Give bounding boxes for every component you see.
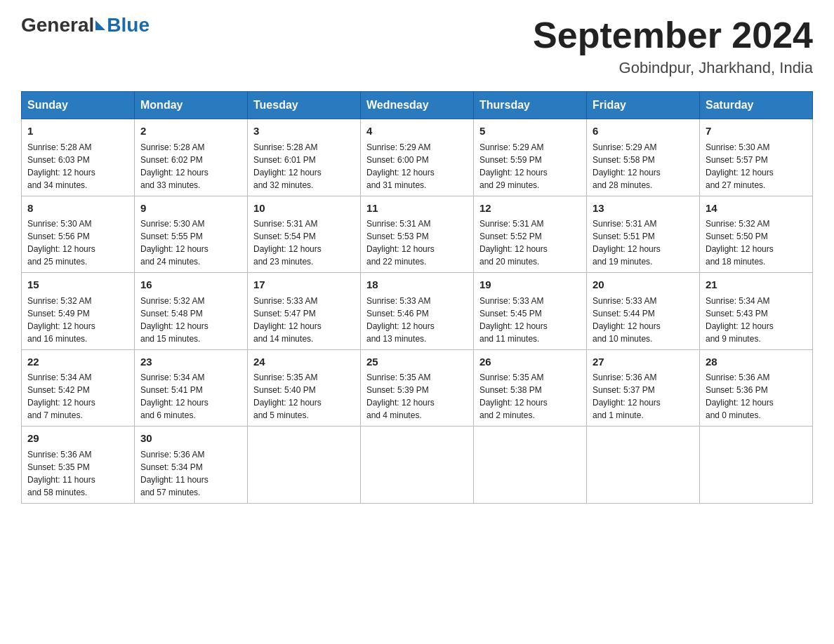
day-info: Sunrise: 5:28 AM Sunset: 6:02 PM Dayligh… bbox=[140, 141, 241, 192]
day-info: Sunrise: 5:33 AM Sunset: 5:44 PM Dayligh… bbox=[593, 295, 694, 345]
day-number: 7 bbox=[706, 123, 807, 140]
day-number: 4 bbox=[366, 123, 468, 140]
day-info: Sunrise: 5:28 AM Sunset: 6:01 PM Dayligh… bbox=[253, 141, 355, 192]
calendar-cell: 11Sunrise: 5:31 AM Sunset: 5:53 PM Dayli… bbox=[361, 196, 474, 273]
calendar-cell bbox=[361, 427, 474, 504]
logo-triangle-icon bbox=[95, 20, 105, 30]
calendar-cell bbox=[474, 427, 587, 504]
calendar-week-5: 29Sunrise: 5:36 AM Sunset: 5:35 PM Dayli… bbox=[22, 427, 813, 504]
day-number: 29 bbox=[27, 431, 128, 447]
col-header-monday: Monday bbox=[135, 92, 248, 119]
calendar-week-2: 8Sunrise: 5:30 AM Sunset: 5:56 PM Daylig… bbox=[22, 196, 813, 273]
calendar-cell: 3Sunrise: 5:28 AM Sunset: 6:01 PM Daylig… bbox=[248, 119, 361, 196]
day-info: Sunrise: 5:35 AM Sunset: 5:40 PM Dayligh… bbox=[253, 371, 355, 422]
col-header-sunday: Sunday bbox=[22, 92, 135, 119]
day-info: Sunrise: 5:35 AM Sunset: 5:39 PM Dayligh… bbox=[366, 371, 468, 422]
calendar-cell: 22Sunrise: 5:34 AM Sunset: 5:42 PM Dayli… bbox=[22, 349, 135, 427]
calendar-cell: 9Sunrise: 5:30 AM Sunset: 5:55 PM Daylig… bbox=[135, 196, 248, 273]
calendar-cell: 13Sunrise: 5:31 AM Sunset: 5:51 PM Dayli… bbox=[587, 196, 700, 273]
day-number: 26 bbox=[479, 354, 581, 370]
day-number: 15 bbox=[27, 277, 128, 293]
col-header-friday: Friday bbox=[587, 92, 700, 119]
day-info: Sunrise: 5:31 AM Sunset: 5:52 PM Dayligh… bbox=[479, 217, 581, 268]
day-number: 20 bbox=[593, 277, 694, 293]
day-number: 23 bbox=[140, 354, 241, 370]
day-number: 1 bbox=[27, 123, 128, 140]
calendar-cell: 26Sunrise: 5:35 AM Sunset: 5:38 PM Dayli… bbox=[474, 349, 587, 427]
calendar-cell: 12Sunrise: 5:31 AM Sunset: 5:52 PM Dayli… bbox=[474, 196, 587, 273]
title-area: September 2024 Gobindpur, Jharkhand, Ind… bbox=[533, 14, 813, 77]
logo-general-text: General bbox=[21, 14, 94, 36]
calendar-cell: 7Sunrise: 5:30 AM Sunset: 5:57 PM Daylig… bbox=[700, 119, 813, 196]
calendar-cell: 24Sunrise: 5:35 AM Sunset: 5:40 PM Dayli… bbox=[248, 349, 361, 427]
day-info: Sunrise: 5:33 AM Sunset: 5:45 PM Dayligh… bbox=[479, 295, 581, 345]
day-info: Sunrise: 5:30 AM Sunset: 5:57 PM Dayligh… bbox=[706, 141, 807, 192]
calendar-cell: 29Sunrise: 5:36 AM Sunset: 5:35 PM Dayli… bbox=[22, 427, 135, 504]
calendar-cell: 2Sunrise: 5:28 AM Sunset: 6:02 PM Daylig… bbox=[135, 119, 248, 196]
day-number: 11 bbox=[366, 201, 468, 217]
calendar-week-4: 22Sunrise: 5:34 AM Sunset: 5:42 PM Dayli… bbox=[22, 349, 813, 427]
logo: General Blue bbox=[21, 14, 150, 36]
day-number: 21 bbox=[706, 277, 807, 293]
day-number: 24 bbox=[253, 354, 355, 370]
calendar-cell: 18Sunrise: 5:33 AM Sunset: 5:46 PM Dayli… bbox=[361, 273, 474, 350]
day-info: Sunrise: 5:34 AM Sunset: 5:43 PM Dayligh… bbox=[706, 295, 807, 345]
day-info: Sunrise: 5:32 AM Sunset: 5:49 PM Dayligh… bbox=[27, 295, 128, 345]
day-info: Sunrise: 5:36 AM Sunset: 5:36 PM Dayligh… bbox=[706, 371, 807, 422]
calendar-cell: 6Sunrise: 5:29 AM Sunset: 5:58 PM Daylig… bbox=[587, 119, 700, 196]
calendar-cell: 27Sunrise: 5:36 AM Sunset: 5:37 PM Dayli… bbox=[587, 349, 700, 427]
calendar-cell: 30Sunrise: 5:36 AM Sunset: 5:34 PM Dayli… bbox=[135, 427, 248, 504]
calendar-cell: 8Sunrise: 5:30 AM Sunset: 5:56 PM Daylig… bbox=[22, 196, 135, 273]
day-number: 28 bbox=[706, 354, 807, 370]
day-number: 16 bbox=[140, 277, 241, 293]
calendar-cell: 10Sunrise: 5:31 AM Sunset: 5:54 PM Dayli… bbox=[248, 196, 361, 273]
col-header-thursday: Thursday bbox=[474, 92, 587, 119]
day-info: Sunrise: 5:28 AM Sunset: 6:03 PM Dayligh… bbox=[27, 141, 128, 192]
day-number: 13 bbox=[593, 201, 694, 217]
day-number: 2 bbox=[140, 123, 241, 140]
day-info: Sunrise: 5:32 AM Sunset: 5:50 PM Dayligh… bbox=[706, 217, 807, 268]
calendar-cell: 14Sunrise: 5:32 AM Sunset: 5:50 PM Dayli… bbox=[700, 196, 813, 273]
day-info: Sunrise: 5:31 AM Sunset: 5:51 PM Dayligh… bbox=[593, 217, 694, 268]
day-info: Sunrise: 5:29 AM Sunset: 5:58 PM Dayligh… bbox=[593, 141, 694, 192]
logo-blue-text: Blue bbox=[107, 14, 150, 36]
day-number: 30 bbox=[140, 431, 241, 447]
day-number: 27 bbox=[593, 354, 694, 370]
day-info: Sunrise: 5:34 AM Sunset: 5:42 PM Dayligh… bbox=[27, 371, 128, 422]
calendar-cell: 5Sunrise: 5:29 AM Sunset: 5:59 PM Daylig… bbox=[474, 119, 587, 196]
calendar-cell: 25Sunrise: 5:35 AM Sunset: 5:39 PM Dayli… bbox=[361, 349, 474, 427]
day-number: 14 bbox=[706, 201, 807, 217]
calendar-cell: 17Sunrise: 5:33 AM Sunset: 5:47 PM Dayli… bbox=[248, 273, 361, 350]
calendar-table: SundayMondayTuesdayWednesdayThursdayFrid… bbox=[21, 91, 813, 504]
day-info: Sunrise: 5:31 AM Sunset: 5:54 PM Dayligh… bbox=[253, 217, 355, 268]
day-info: Sunrise: 5:36 AM Sunset: 5:35 PM Dayligh… bbox=[27, 448, 128, 499]
day-info: Sunrise: 5:36 AM Sunset: 5:37 PM Dayligh… bbox=[593, 371, 694, 422]
day-info: Sunrise: 5:35 AM Sunset: 5:38 PM Dayligh… bbox=[479, 371, 581, 422]
calendar-header-row: SundayMondayTuesdayWednesdayThursdayFrid… bbox=[22, 92, 813, 119]
calendar-cell: 15Sunrise: 5:32 AM Sunset: 5:49 PM Dayli… bbox=[22, 273, 135, 350]
day-info: Sunrise: 5:36 AM Sunset: 5:34 PM Dayligh… bbox=[140, 448, 241, 499]
col-header-tuesday: Tuesday bbox=[248, 92, 361, 119]
day-info: Sunrise: 5:34 AM Sunset: 5:41 PM Dayligh… bbox=[140, 371, 241, 422]
day-number: 18 bbox=[366, 277, 468, 293]
calendar-cell bbox=[248, 427, 361, 504]
calendar-cell: 20Sunrise: 5:33 AM Sunset: 5:44 PM Dayli… bbox=[587, 273, 700, 350]
day-number: 9 bbox=[140, 201, 241, 217]
day-number: 22 bbox=[27, 354, 128, 370]
day-number: 17 bbox=[253, 277, 355, 293]
day-number: 8 bbox=[27, 201, 128, 217]
day-info: Sunrise: 5:31 AM Sunset: 5:53 PM Dayligh… bbox=[366, 217, 468, 268]
col-header-saturday: Saturday bbox=[700, 92, 813, 119]
month-title: September 2024 bbox=[533, 14, 813, 56]
calendar-cell: 23Sunrise: 5:34 AM Sunset: 5:41 PM Dayli… bbox=[135, 349, 248, 427]
day-number: 25 bbox=[366, 354, 468, 370]
calendar-week-3: 15Sunrise: 5:32 AM Sunset: 5:49 PM Dayli… bbox=[22, 273, 813, 350]
day-info: Sunrise: 5:30 AM Sunset: 5:56 PM Dayligh… bbox=[27, 217, 128, 268]
day-info: Sunrise: 5:30 AM Sunset: 5:55 PM Dayligh… bbox=[140, 217, 241, 268]
calendar-cell: 4Sunrise: 5:29 AM Sunset: 6:00 PM Daylig… bbox=[361, 119, 474, 196]
day-number: 10 bbox=[253, 201, 355, 217]
calendar-cell bbox=[700, 427, 813, 504]
day-number: 5 bbox=[479, 123, 581, 140]
day-info: Sunrise: 5:29 AM Sunset: 5:59 PM Dayligh… bbox=[479, 141, 581, 192]
day-number: 12 bbox=[479, 201, 581, 217]
